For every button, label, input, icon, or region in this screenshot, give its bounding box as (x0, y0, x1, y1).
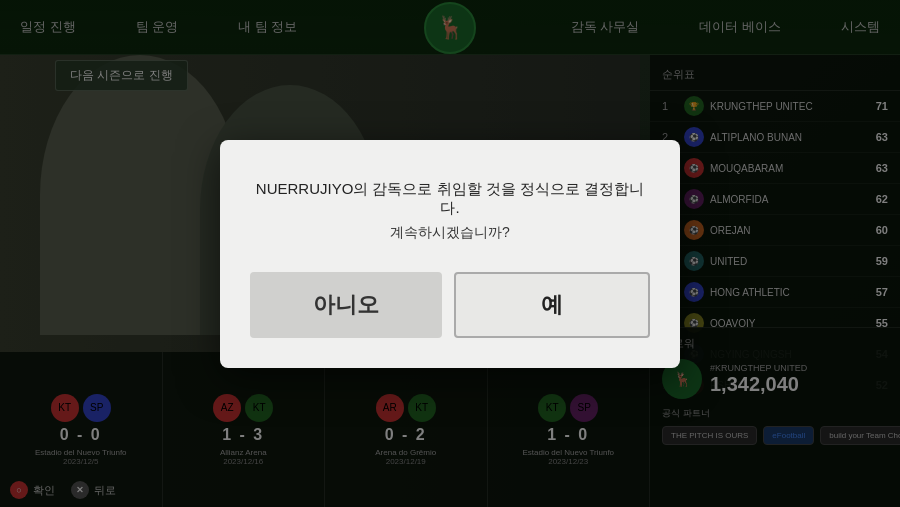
modal-yes-button[interactable]: 예 (454, 272, 650, 338)
modal-text-main: NUERRUJIYO의 감독으로 취임할 것을 정식으로 결정합니다. (250, 180, 650, 218)
modal-overlay: NUERRUJIYO의 감독으로 취임할 것을 정식으로 결정합니다. 계속하시… (0, 0, 900, 507)
modal-box: NUERRUJIYO의 감독으로 취임할 것을 정식으로 결정합니다. 계속하시… (220, 140, 680, 368)
modal-no-button[interactable]: 아니오 (250, 272, 442, 338)
modal-text-sub: 계속하시겠습니까? (250, 224, 650, 242)
modal-buttons: 아니오 예 (250, 272, 650, 338)
